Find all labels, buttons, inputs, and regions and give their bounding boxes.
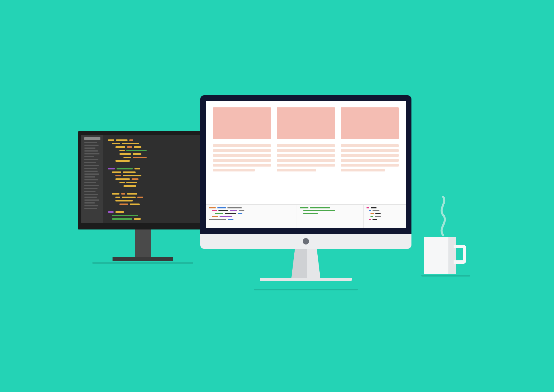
devtools-html-pane	[206, 205, 297, 228]
monitor-neck	[135, 229, 151, 257]
imac-neck	[291, 249, 320, 278]
text-column	[213, 144, 271, 171]
card-row	[213, 107, 399, 139]
text-column	[341, 144, 399, 171]
devtools-tree-pane	[364, 205, 406, 228]
content-card	[277, 107, 335, 139]
shadow	[421, 275, 470, 277]
mug-handle	[454, 245, 466, 264]
devtools-css-pane	[297, 205, 364, 228]
code-monitor	[78, 131, 208, 229]
monitor-base	[113, 257, 173, 261]
webpage-mockup	[206, 101, 406, 204]
imac-monitor	[200, 95, 411, 234]
steam-icon	[435, 196, 452, 237]
text-row	[213, 144, 399, 171]
illustration-scene	[0, 0, 554, 392]
sidebar-tab	[84, 137, 100, 140]
mug-body	[424, 237, 456, 274]
imac-button-icon	[303, 238, 309, 244]
imac-chin	[200, 234, 411, 249]
imac-base	[260, 278, 352, 281]
text-column	[277, 144, 335, 171]
content-card	[341, 107, 399, 139]
shadow	[254, 289, 358, 290]
editor-sidebar	[81, 135, 103, 223]
content-card	[213, 107, 271, 139]
devtools-panel	[206, 204, 406, 228]
code-editor-screen	[81, 135, 204, 223]
shadow	[92, 262, 193, 264]
code-area	[103, 135, 204, 223]
coffee-mug	[424, 237, 456, 274]
imac-screen	[206, 101, 406, 228]
